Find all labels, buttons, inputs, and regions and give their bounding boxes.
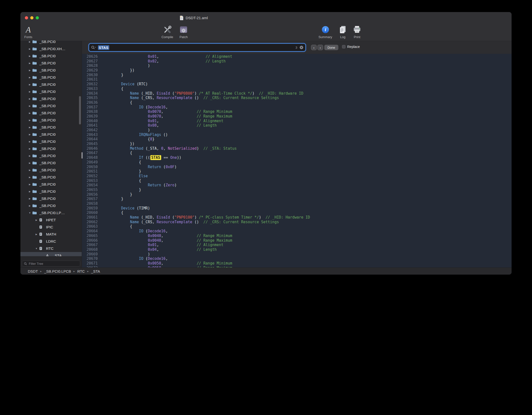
previous-match-button[interactable]: ‹ bbox=[311, 45, 317, 50]
tree-item-label: _SB.PCI0 bbox=[39, 139, 56, 144]
tree-item-rtc[interactable]: ▼RTC bbox=[20, 245, 82, 252]
tree-item-label: LDRC bbox=[46, 239, 56, 243]
disclosure-triangle[interactable]: ▶ bbox=[27, 148, 32, 150]
disclosure-triangle[interactable]: ▶ bbox=[27, 155, 32, 157]
close-button[interactable] bbox=[25, 16, 28, 19]
disclosure-triangle[interactable]: ▶ bbox=[27, 76, 32, 79]
disclosure-triangle[interactable]: ▶ bbox=[27, 98, 32, 100]
search-icon[interactable] bbox=[91, 45, 96, 49]
tree-item-ipic[interactable]: IPIC bbox=[20, 223, 82, 231]
clear-search-button[interactable] bbox=[299, 45, 303, 49]
disclosure-triangle[interactable]: ▶ bbox=[34, 219, 39, 221]
tree-item-sb-pci0[interactable]: ▶_SB.PCI0 bbox=[20, 166, 82, 174]
code-text: 0x0050, // Range Minimum bbox=[101, 261, 232, 266]
disclosure-triangle[interactable]: ▶ bbox=[27, 105, 32, 107]
code-text: 0x08, // Length bbox=[101, 123, 217, 128]
disclosure-triangle[interactable]: ▶ bbox=[27, 197, 32, 200]
disclosure-triangle[interactable]: ▶ bbox=[27, 169, 32, 171]
code-text: Device (RTC) bbox=[101, 82, 148, 87]
code-line: 20671 0x0050, // Range Minimum bbox=[82, 261, 512, 266]
sidebar: ▶_SB.PCI0▶_SB.PCI0.XH…▶_SB.PCI0▶_SB.PCI0… bbox=[20, 41, 82, 268]
disclosure-triangle[interactable]: ▶ bbox=[27, 55, 32, 57]
tree-item-sb-pci0[interactable]: ▶_SB.PCI0 bbox=[20, 102, 82, 109]
disclosure-triangle[interactable]: ▶ bbox=[27, 183, 32, 186]
toolbar-print-button[interactable]: Print bbox=[345, 24, 369, 39]
tree-item-sb-pci0[interactable]: ▶_SB.PCI0 bbox=[20, 117, 82, 124]
disclosure-triangle[interactable]: ▶ bbox=[27, 62, 32, 64]
filter-tree-input[interactable] bbox=[28, 262, 78, 266]
line-number: 20643 bbox=[82, 133, 101, 137]
disclosure-triangle[interactable]: ▶ bbox=[27, 190, 32, 193]
folder-icon bbox=[32, 161, 37, 165]
code-line: 20643 IRQNoFlags () bbox=[82, 133, 512, 137]
breadcrumb-item[interactable]: DSDT bbox=[28, 269, 38, 273]
tree-item-sb-pci0[interactable]: ▶_SB.PCI0 bbox=[20, 181, 82, 188]
disclosure-triangle[interactable]: ▶ bbox=[27, 119, 32, 121]
titlebar[interactable]: DSDT-21.aml bbox=[20, 12, 512, 24]
zoom-button[interactable] bbox=[36, 16, 39, 19]
done-button[interactable]: Done bbox=[324, 45, 338, 50]
tree-item-sb-pci0[interactable]: ▶_SB.PCI0 bbox=[20, 95, 82, 102]
tree-item-sb-pci0[interactable]: ▶_SB.PCI0 bbox=[20, 52, 82, 59]
code-line: 20653 { bbox=[82, 178, 512, 183]
disclosure-triangle[interactable]: ▼ bbox=[34, 247, 39, 250]
tree-item-sb-pci0[interactable]: ▶_SB.PCI0 bbox=[20, 88, 82, 95]
filter-tree-field[interactable] bbox=[22, 261, 80, 267]
disclosure-triangle[interactable]: ▶ bbox=[34, 233, 39, 236]
tree-item-label: IPIC bbox=[46, 225, 53, 229]
tree-item-hpet[interactable]: ▶HPET bbox=[20, 216, 82, 223]
disclosure-triangle[interactable]: ▶ bbox=[27, 133, 32, 136]
tree-item-sb-pci0[interactable]: ▶_SB.PCI0 bbox=[20, 159, 82, 166]
code-text: Device (TIMR) bbox=[101, 206, 150, 211]
tree-item-sta[interactable]: _STA bbox=[20, 252, 82, 256]
tree-item-sb-pci0[interactable]: ▶_SB.PCI0 bbox=[20, 131, 82, 138]
breadcrumb-item[interactable]: _SB.PCI0.LPCB bbox=[44, 269, 71, 273]
disclosure-triangle[interactable]: ▶ bbox=[27, 90, 32, 93]
replace-checkbox[interactable] bbox=[342, 45, 345, 48]
tree-item-sb-pci0[interactable]: ▶_SB.PCI0 bbox=[20, 138, 82, 145]
disclosure-triangle[interactable]: ▶ bbox=[27, 83, 32, 86]
tree-item-sb-pci0[interactable]: ▶_SB.PCI0 bbox=[20, 67, 82, 74]
tree-item-sb-pci0[interactable]: ▶_SB.PCI0 bbox=[20, 124, 82, 131]
tree-item-sb-pci0-xh[interactable]: ▶_SB.PCI0.XH… bbox=[20, 45, 82, 52]
code-editor[interactable]: 20626 0x01, // Alignment20627 0x02, // L… bbox=[82, 54, 512, 268]
disclosure-triangle[interactable]: ▶ bbox=[27, 48, 32, 50]
dsdt-tree[interactable]: ▶_SB.PCI0▶_SB.PCI0.XH…▶_SB.PCI0▶_SB.PCI0… bbox=[20, 38, 82, 256]
tree-item-sb-pci0[interactable]: ▶_SB.PCI0 bbox=[20, 59, 82, 67]
toolbar-fonts-button[interactable]: AFonts bbox=[20, 24, 40, 39]
document-proxy-icon[interactable] bbox=[179, 15, 184, 20]
disclosure-triangle[interactable]: ▶ bbox=[27, 176, 32, 178]
tree-item-sb-pci0[interactable]: ▶_SB.PCI0 bbox=[20, 145, 82, 152]
tree-item-sb-pci0[interactable]: ▶_SB.PCI0 bbox=[20, 74, 82, 81]
tree-item-sb-pci0[interactable]: ▶_SB.PCI0 bbox=[20, 81, 82, 88]
line-number: 20663 bbox=[82, 224, 101, 229]
disclosure-triangle[interactable]: ▶ bbox=[27, 140, 32, 143]
toolbar-patch-button[interactable]: Patch bbox=[172, 24, 195, 39]
tree-item-sb-pci0[interactable]: ▶_SB.PCI0 bbox=[20, 195, 82, 202]
tree-item-ldrc[interactable]: LDRC bbox=[20, 238, 82, 245]
disclosure-triangle[interactable]: ▶ bbox=[27, 162, 32, 164]
tree-item-sb-pci0[interactable]: ▶_SB.PCI0 bbox=[20, 38, 82, 45]
minimize-button[interactable] bbox=[30, 16, 33, 19]
breadcrumb-item[interactable]: RTC bbox=[77, 269, 85, 273]
disclosure-triangle[interactable]: ▶ bbox=[27, 126, 32, 129]
pane-splitter-handle[interactable] bbox=[81, 152, 83, 159]
tree-item-sb-pci0[interactable]: ▶_SB.PCI0 bbox=[20, 109, 82, 117]
disclosure-triangle[interactable]: ▶ bbox=[27, 205, 32, 207]
tree-item-math[interactable]: ▶MATH bbox=[20, 231, 82, 238]
tree-item-sb-pci0[interactable]: ▶_SB.PCI0 bbox=[20, 174, 82, 181]
disclosure-triangle[interactable]: ▼ bbox=[27, 212, 32, 214]
tree-item-sb-pci0[interactable]: ▶_SB.PCI0 bbox=[20, 188, 82, 195]
tree-item-sb-pci0-lp[interactable]: ▼_SB.PCI0.LP… bbox=[20, 209, 82, 216]
sidebar-scrollbar-thumb[interactable] bbox=[79, 96, 81, 124]
disclosure-triangle[interactable]: ▶ bbox=[27, 112, 32, 114]
search-input[interactable]: STAS 3 bbox=[89, 43, 306, 52]
tree-item-sb-pci0[interactable]: ▶_SB.PCI0 bbox=[20, 202, 82, 209]
next-match-button[interactable]: › bbox=[317, 45, 323, 50]
line-number: 20668 bbox=[82, 247, 101, 252]
disclosure-triangle[interactable]: ▶ bbox=[27, 41, 32, 43]
tree-item-sb-pci0[interactable]: ▶_SB.PCI0 bbox=[20, 152, 82, 159]
window-title-group: DSDT-21.aml bbox=[179, 12, 208, 24]
disclosure-triangle[interactable]: ▶ bbox=[27, 69, 32, 72]
breadcrumb-item[interactable]: _STA bbox=[91, 269, 100, 273]
